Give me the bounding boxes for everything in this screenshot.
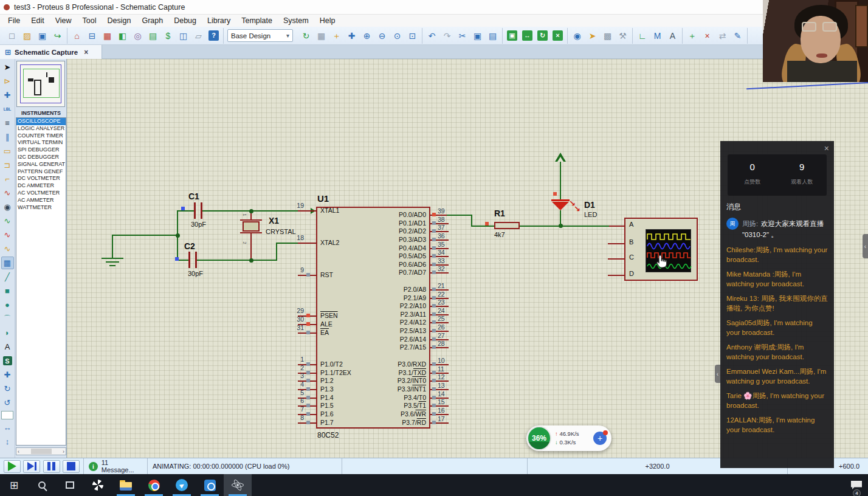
2d-box-button[interactable]: ■ [1, 284, 14, 297]
design-notes-button[interactable]: ✎ [731, 29, 745, 43]
instrument-pattern-genef[interactable]: PATTERN GENEF [16, 168, 66, 176]
save-design-button[interactable]: ▣ [35, 29, 49, 43]
taskbar-proteus[interactable] [224, 474, 252, 496]
instrument-i2c-debugger[interactable]: I2C DEBUGGER [16, 154, 66, 161]
menu-design[interactable]: Design [102, 15, 137, 26]
taskbar-camera-app[interactable] [196, 474, 224, 496]
virtual-instruments-mode-button[interactable]: ▦ [1, 257, 14, 269]
design-explorer-button[interactable]: ▤ [146, 29, 160, 43]
rotate-clockwise-button[interactable]: ↻ [1, 382, 14, 395]
new-sheet-button[interactable]: ＋ [685, 29, 699, 43]
panel-collapse-handle[interactable]: ‹ [863, 234, 868, 258]
close-icon[interactable]: × [824, 143, 829, 153]
scroll-right-icon[interactable]: › [63, 449, 64, 455]
taskbar-search[interactable] [28, 474, 56, 496]
home-page-button[interactable]: ⌂ [70, 29, 84, 43]
instrument-virtual-termin[interactable]: VIRTUAL TERMIN [16, 139, 66, 146]
menu-tool[interactable]: Tool [77, 15, 102, 26]
search-and-tag-button[interactable]: M [650, 29, 664, 43]
message-status[interactable]: i 11 Message... [84, 458, 148, 474]
graph-mode-button[interactable]: ∿ [1, 187, 14, 199]
2d-line-button[interactable]: ╱ [1, 270, 14, 283]
copy-button[interactable]: ▣ [470, 29, 484, 43]
instrument-signal-generat[interactable]: SIGNAL GENERAT [16, 161, 66, 168]
block-move-button[interactable]: ↔ [520, 29, 534, 43]
step-button[interactable] [23, 460, 40, 473]
menu-system[interactable]: System [278, 15, 314, 26]
menu-template[interactable]: Template [236, 15, 278, 26]
chat-collapse-handle[interactable]: ‹ [715, 365, 720, 383]
vsm-studio-button[interactable]: ◫ [176, 29, 190, 43]
block-delete-button[interactable]: × [551, 29, 565, 43]
pcb-layout-button[interactable]: ▦ [100, 29, 114, 43]
toggle-grid-button[interactable]: ▦ [314, 29, 328, 43]
paste-button[interactable]: ▤ [486, 29, 500, 43]
2d-symbol-button[interactable]: S [1, 354, 14, 367]
panel-scrollbar[interactable]: ‹ › [16, 447, 66, 455]
undo-button[interactable]: ↶ [425, 29, 439, 43]
schematic-overview[interactable] [16, 61, 65, 107]
2d-circle-button[interactable]: ● [1, 298, 14, 311]
add-button[interactable]: + [593, 432, 607, 445]
2d-marker-button[interactable]: ✚ [1, 368, 14, 381]
property-assignment-button[interactable]: A [666, 29, 680, 43]
chat-message-list[interactable]: 周 周扬: 欢迎大家来观看直播 "0310-2" 。 Chileshe:周扬, … [720, 215, 834, 464]
wire-label-mode-button[interactable]: LBL [1, 103, 14, 115]
play-button[interactable] [4, 460, 21, 473]
device-pin-mode-button[interactable]: ⌐ [1, 173, 14, 185]
zoom-area-button[interactable]: ⊡ [405, 29, 419, 43]
instrument-logic-analyser[interactable]: LOGIC ANALYSER [16, 125, 66, 133]
zoom-out-button[interactable]: ⊖ [375, 29, 389, 43]
goto-sheet-button[interactable]: ⇄ [715, 29, 729, 43]
tape-recorder-mode-button[interactable]: ◉ [1, 201, 14, 213]
pause-button[interactable] [43, 460, 60, 473]
instrument-oscilloscope[interactable]: OSCILLOSCOPE [16, 118, 66, 125]
bus-mode-button[interactable]: ∥ [1, 131, 14, 143]
rotation-angle-input[interactable] [1, 411, 13, 419]
mirror-x-button[interactable]: ↔ [1, 421, 14, 434]
instrument-dc-ammeter[interactable]: DC AMMETER [16, 182, 66, 190]
component-mode-button[interactable]: ⊳ [1, 75, 14, 88]
taskbar-messenger-app[interactable]: ▶ [168, 474, 196, 496]
3d-viewer-button[interactable]: ◧ [115, 29, 129, 43]
2d-path-button[interactable]: ◗ [1, 326, 14, 339]
instrument-dc-voltmeter[interactable]: DC VOLTMETER [16, 175, 66, 182]
current-probe-mode-button[interactable]: ∿ [1, 243, 14, 255]
menu-help[interactable]: Help [314, 15, 341, 26]
menu-file[interactable]: File [2, 15, 26, 26]
notification-center-button[interactable]: 4 [851, 481, 862, 489]
instrument-ac-voltmeter[interactable]: AC VOLTMETER [16, 190, 66, 197]
cut-button[interactable]: ✂ [455, 29, 469, 43]
design-selector[interactable]: Base Design ▾ [227, 29, 293, 42]
stop-button[interactable] [63, 460, 80, 473]
taskbar-pinwheel-app[interactable] [84, 474, 112, 496]
import-design-button[interactable]: ↪ [50, 29, 64, 43]
wire-autorouter-button[interactable]: ∟ [635, 29, 649, 43]
redo-button[interactable]: ↷ [440, 29, 454, 43]
make-device-button[interactable]: ➤ [585, 29, 599, 43]
menu-library[interactable]: Library [202, 15, 236, 26]
2d-arc-button[interactable]: ⌒ [1, 312, 14, 325]
generator-mode-button[interactable]: ∿ [1, 215, 14, 227]
remove-sheet-button[interactable]: × [700, 29, 714, 43]
packaging-tool-button[interactable]: ▩ [601, 29, 615, 43]
2d-text-button[interactable]: A [1, 340, 14, 353]
terminal-mode-button[interactable]: ⊐ [1, 159, 14, 171]
taskbar-start[interactable]: ⊞ [0, 474, 28, 496]
taskbar-chrome[interactable] [140, 474, 168, 496]
pan-button[interactable]: ✚ [345, 29, 359, 43]
selection-mode-button[interactable]: ➤ [1, 61, 14, 74]
subcircuit-mode-button[interactable]: ▭ [1, 145, 14, 157]
junction-mode-button[interactable]: ✚ [1, 89, 14, 102]
new-design-button[interactable]: □ [5, 29, 19, 43]
pick-from-libraries-button[interactable]: ◉ [570, 29, 584, 43]
help-button[interactable]: ? [207, 29, 221, 43]
scrollbar-thumb[interactable] [31, 449, 52, 454]
zoom-in-button[interactable]: ⊕ [360, 29, 374, 43]
instrument-ac-ammeter[interactable]: AC AMMETER [16, 197, 66, 204]
taskbar-file-explorer[interactable] [112, 474, 140, 496]
zoom-all-button[interactable]: ⊙ [390, 29, 404, 43]
gerber-viewer-button[interactable]: ◎ [131, 29, 145, 43]
voltage-probe-mode-button[interactable]: ∿ [1, 229, 14, 241]
origin-button[interactable]: ＋ [329, 29, 343, 43]
